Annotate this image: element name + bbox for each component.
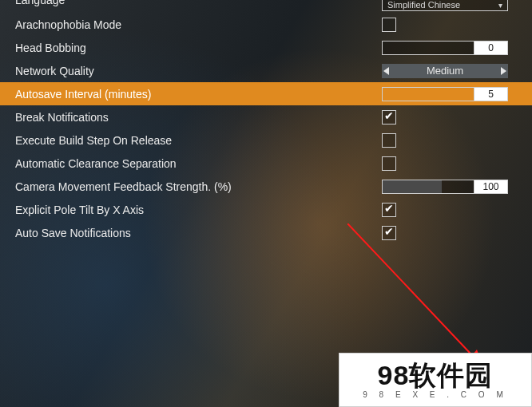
row-autosave-interval[interactable]: Autosave Interval (minutes) 5 [0,82,532,105]
checkbox-arachnophobia[interactable] [382,18,396,32]
control-execute-build [382,132,508,148]
label-pole-tilt: Explicit Pole Tilt By X Axis [15,204,382,216]
arrow-left-icon[interactable] [383,67,389,75]
control-arachnophobia [382,17,508,33]
label-auto-clearance: Automatic Clearance Separation [15,157,382,170]
watermark-text: 98软件园 [378,362,494,389]
row-network-quality: Network Quality Medium [0,59,532,82]
selector-value: Medium [427,65,463,77]
slider-track[interactable] [383,180,474,193]
svg-line-0 [347,223,483,367]
dropdown-language[interactable]: Simplified Chinese ▾ [382,0,508,11]
control-auto-save-notifications [382,225,508,241]
label-camera-feedback: Camera Movement Feedback Strength. (%) [15,180,382,193]
slider-autosave-interval[interactable]: 5 [382,87,508,101]
chevron-down-icon: ▾ [498,1,502,10]
row-execute-build: Execute Build Step On Release [0,128,532,152]
slider-track[interactable] [383,41,474,54]
row-head-bobbing: Head Bobbing 0 [0,36,532,59]
label-arachnophobia: Arachnophobia Mode [15,18,382,31]
checkbox-auto-clearance[interactable] [382,156,396,171]
label-network-quality: Network Quality [15,65,382,77]
label-break-notifications: Break Notifications [15,111,382,124]
control-autosave-interval: 5 [382,86,508,102]
control-break-notifications [382,109,508,125]
control-auto-clearance [382,156,508,172]
checkbox-pole-tilt[interactable] [382,203,396,217]
row-camera-feedback: Camera Movement Feedback Strength. (%) 1… [0,175,532,198]
control-head-bobbing: 0 [382,40,508,56]
watermark: 98软件园 9 8 E X E . C O M [339,353,532,407]
selector-network-quality[interactable]: Medium [382,64,508,78]
slider-head-bobbing[interactable]: 0 [382,41,508,55]
dropdown-value: Simplified Chinese [387,0,460,10]
checkbox-break-notifications[interactable] [382,110,396,124]
checkbox-execute-build[interactable] [382,133,396,148]
row-auto-clearance: Automatic Clearance Separation [0,152,532,175]
row-pole-tilt: Explicit Pole Tilt By X Axis [0,198,532,221]
label-execute-build: Execute Build Step On Release [15,134,382,147]
arrow-right-icon[interactable] [501,67,506,75]
slider-track[interactable] [383,88,474,101]
control-language[interactable]: Simplified Chinese ▾ [382,0,508,16]
control-camera-feedback: 100 [382,179,508,195]
slider-value-autosave-interval[interactable]: 5 [474,88,507,101]
slider-camera-feedback[interactable]: 100 [382,180,508,194]
checkbox-auto-save-notifications[interactable] [382,226,396,240]
label-autosave-interval: Autosave Interval (minutes) [15,88,382,101]
settings-panel: Language Simplified Chinese ▾ Arachnopho… [0,0,532,244]
slider-value-head-bobbing[interactable]: 0 [474,41,507,54]
label-auto-save-notifications: Auto Save Notifications [15,227,382,239]
watermark-url: 9 8 E X E . C O M [363,390,507,399]
label-head-bobbing: Head Bobbing [15,41,382,54]
row-arachnophobia: Arachnophobia Mode [0,13,532,36]
slider-value-camera-feedback[interactable]: 100 [474,180,507,193]
label-language: Language [15,0,382,6]
slider-fill [383,180,442,193]
row-break-notifications: Break Notifications [0,105,532,128]
control-network-quality: Medium [382,63,508,79]
control-pole-tilt [382,202,508,218]
slider-fill [383,88,384,101]
row-language: Language Simplified Chinese ▾ [0,0,532,13]
row-auto-save-notifications: Auto Save Notifications [0,221,532,244]
